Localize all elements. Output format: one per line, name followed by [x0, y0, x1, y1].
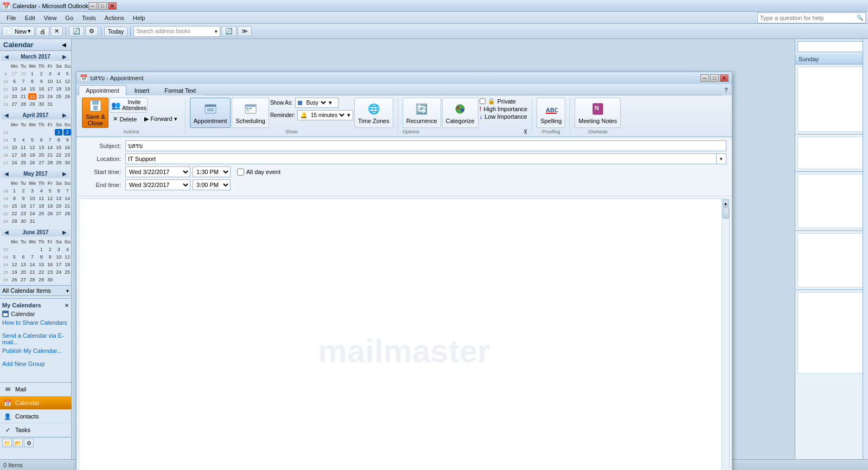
- mini-cal-day[interactable]: 28: [20, 101, 27, 107]
- mini-cal-day[interactable]: 13: [10, 86, 18, 92]
- refresh-button[interactable]: 🔄: [221, 26, 237, 36]
- mini-cal-day[interactable]: [10, 129, 18, 136]
- nav-item-contacts[interactable]: 👤 Contacts: [0, 410, 72, 423]
- mini-cal-day[interactable]: 11: [55, 78, 62, 85]
- mini-cal-day[interactable]: 2: [37, 70, 45, 77]
- private-option[interactable]: 🔒 Private: [480, 98, 527, 105]
- all-day-checkbox-group[interactable]: All day event: [237, 169, 280, 176]
- menu-help[interactable]: Help: [129, 14, 150, 22]
- mini-cal-day[interactable]: 25: [55, 93, 62, 100]
- mini-cal-day[interactable]: 11: [20, 144, 27, 151]
- nav-item-tasks[interactable]: ✓ Tasks: [0, 423, 72, 437]
- mini-cal-day[interactable]: 8: [28, 78, 36, 85]
- tab-format-text[interactable]: Format Text: [157, 85, 203, 95]
- mini-cal-day[interactable]: 16: [20, 203, 27, 209]
- mini-cal-day[interactable]: [20, 129, 27, 136]
- mini-cal-day[interactable]: 23: [46, 269, 54, 275]
- location-input[interactable]: [125, 153, 717, 164]
- mini-cal-day[interactable]: 14: [46, 144, 54, 151]
- mini-cal-day[interactable]: 24: [10, 159, 18, 166]
- mini-cal-day[interactable]: 1: [10, 188, 18, 194]
- mini-cal-day[interactable]: 4: [55, 70, 62, 77]
- appointment-close-button[interactable]: ✕: [720, 74, 729, 82]
- mini-cal-day[interactable]: [63, 101, 71, 107]
- reminder-dropdown[interactable]: 🔔 15 minutes ▾: [297, 110, 353, 120]
- mini-cal-day[interactable]: 18: [20, 152, 27, 158]
- mini-cal-day[interactable]: 27: [37, 159, 45, 166]
- right-panel-search-input[interactable]: [798, 44, 868, 50]
- print-button[interactable]: 🖨: [36, 27, 49, 36]
- menu-actions[interactable]: Actions: [100, 14, 129, 22]
- menu-tools[interactable]: Tools: [78, 14, 100, 22]
- mini-cal-day[interactable]: 26: [10, 276, 18, 283]
- mini-cal-day[interactable]: 2: [20, 188, 27, 194]
- mini-cal-day[interactable]: [37, 129, 45, 136]
- mini-cal-prev-1[interactable]: ◀: [3, 112, 10, 118]
- mini-cal-day[interactable]: [37, 218, 45, 224]
- mini-cal-day[interactable]: 19: [46, 203, 54, 209]
- mini-cal-day[interactable]: 9: [20, 195, 27, 202]
- mini-cal-day[interactable]: 16: [37, 86, 45, 92]
- mini-cal-day[interactable]: [55, 276, 62, 283]
- recurrence-button[interactable]: 🔄 Recurrence: [403, 98, 441, 128]
- mini-cal-day[interactable]: 6: [55, 188, 62, 194]
- mini-cal-next-3[interactable]: ▶: [61, 229, 68, 235]
- delete-button[interactable]: ✕ Delete: [110, 114, 140, 124]
- mini-cal-day[interactable]: 5: [46, 188, 54, 194]
- mini-cal-day[interactable]: 9: [46, 254, 54, 260]
- publish-calendar-link[interactable]: Publish My Calendar...: [2, 346, 69, 355]
- mini-cal-day[interactable]: 6: [10, 78, 18, 85]
- mini-cal-day[interactable]: 15: [10, 203, 18, 209]
- low-importance-option[interactable]: ↓ Low Importance: [480, 113, 527, 120]
- mini-cal-prev-3[interactable]: ◀: [3, 229, 10, 235]
- mini-cal-day[interactable]: [46, 129, 54, 136]
- menu-edit[interactable]: Edit: [21, 14, 40, 22]
- mini-cal-day[interactable]: 27: [10, 101, 18, 107]
- mini-cal-day[interactable]: 8: [37, 254, 45, 260]
- mini-cal-day[interactable]: 26: [46, 210, 54, 217]
- mini-cal-day[interactable]: [63, 276, 71, 283]
- mini-cal-day[interactable]: 11: [37, 195, 45, 202]
- mini-cal-day[interactable]: 23: [20, 210, 27, 217]
- more-button[interactable]: ≫: [238, 26, 252, 36]
- mini-cal-day[interactable]: 22: [37, 269, 45, 275]
- mini-cal-day[interactable]: 6: [37, 137, 45, 143]
- mini-cal-day[interactable]: 21: [20, 93, 27, 100]
- sidebar-collapse-button[interactable]: ◀: [60, 41, 68, 49]
- mini-cal-day[interactable]: 10: [10, 144, 18, 151]
- mini-cal-day[interactable]: 9: [63, 137, 71, 143]
- appointment-notes[interactable]: mailmaster ▲ ▼: [79, 198, 730, 470]
- invite-attendees-button[interactable]: 👥 Invite Attendees: [110, 98, 148, 113]
- help-search-box[interactable]: 🔍: [757, 12, 866, 23]
- mini-cal-day[interactable]: 13: [20, 261, 27, 268]
- scrollbar-thumb[interactable]: [723, 208, 729, 218]
- mini-cal-day[interactable]: 30: [46, 276, 54, 283]
- settings-button[interactable]: ⚙: [85, 26, 98, 36]
- mini-cal-day[interactable]: 28: [20, 70, 27, 77]
- mini-cal-day[interactable]: 23: [37, 93, 45, 100]
- mini-cal-day[interactable]: 25: [20, 159, 27, 166]
- tab-insert[interactable]: Insert: [127, 85, 157, 95]
- calendar-item-calendar[interactable]: Calendar: [2, 310, 69, 318]
- my-calendars-toggle[interactable]: ✕: [65, 302, 69, 308]
- private-checkbox[interactable]: [480, 98, 486, 104]
- notes-textarea[interactable]: [79, 199, 722, 470]
- mini-cal-day[interactable]: 3: [46, 70, 54, 77]
- mini-cal-day[interactable]: 21: [28, 269, 36, 275]
- mini-cal-day[interactable]: [46, 218, 54, 224]
- high-importance-option[interactable]: ! High Importance: [480, 106, 527, 112]
- mini-cal-day[interactable]: 21: [46, 152, 54, 158]
- mini-cal-day[interactable]: 2: [63, 129, 71, 136]
- mini-cal-day[interactable]: 19: [63, 86, 71, 92]
- address-search-dropdown[interactable]: ▾: [215, 29, 218, 34]
- start-time-select[interactable]: 1:30 PM: [193, 166, 231, 177]
- show-as-dropdown[interactable]: Busy ▾: [295, 98, 339, 108]
- help-search-input[interactable]: [760, 15, 857, 21]
- mini-cal-day[interactable]: 1: [55, 129, 62, 136]
- options-expand-button[interactable]: ⊻: [524, 128, 527, 134]
- sidebar-icon-1[interactable]: 📁: [2, 439, 12, 447]
- mini-cal-day[interactable]: 8: [10, 195, 18, 202]
- mini-cal-day[interactable]: [28, 129, 36, 136]
- spelling-button[interactable]: ABC Spelling: [537, 98, 565, 128]
- mini-cal-day[interactable]: 4: [63, 246, 71, 253]
